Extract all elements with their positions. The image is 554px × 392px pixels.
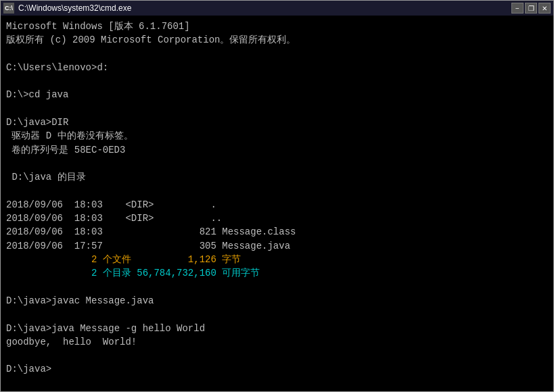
terminal-line-l10: 卷的序列号是 58EC-0ED3	[6, 143, 548, 157]
terminal-line-l8: D:\java>DIR	[6, 116, 548, 129]
terminal-line-l7	[6, 102, 548, 116]
terminal-line-l17: 2018/09/06 17:57 305 Message.java	[6, 239, 548, 253]
terminal-line-l26: D:\java>	[6, 362, 548, 376]
terminal-line-l19: 2 个目录 56,784,732,160 可用字节	[6, 266, 548, 280]
cmd-window: C:\ C:\Windows\system32\cmd.exe − ❐ ✕ Mi…	[0, 0, 554, 392]
terminal-line-l3	[6, 47, 548, 61]
terminal-line-l11	[6, 157, 548, 170]
terminal-line-l12: D:\java 的目录	[6, 170, 548, 184]
terminal-output[interactable]: Microsoft Windows [版本 6.1.7601] 版权所有 (c)…	[1, 16, 553, 391]
title-bar-left: C:\ C:\Windows\system32\cmd.exe	[3, 3, 131, 14]
minimize-button[interactable]: −	[511, 3, 524, 14]
terminal-line-l4: C:\Users\lenovo>d:	[6, 61, 548, 74]
terminal-line-l21: D:\java>javac Message.java	[6, 294, 548, 308]
terminal-line-l20	[6, 280, 548, 294]
terminal-line-l14: 2018/09/06 18:03 <DIR> .	[6, 198, 548, 212]
terminal-line-l15: 2018/09/06 18:03 <DIR> ..	[6, 212, 548, 225]
terminal-line-l1: Microsoft Windows [版本 6.1.7601]	[6, 20, 548, 33]
terminal-line-l24: goodbye, hello World!	[6, 335, 548, 349]
terminal-line-l18: 2 个文件 1,126 字节	[6, 253, 548, 266]
window-title: C:\Windows\system32\cmd.exe	[18, 3, 131, 13]
window-controls: − ❐ ✕	[511, 3, 551, 14]
terminal-line-l25	[6, 349, 548, 362]
terminal-line-l5	[6, 74, 548, 88]
terminal-line-l2: 版权所有 (c) 2009 Microsoft Corporation。保留所有…	[6, 33, 548, 47]
terminal-line-l22	[6, 308, 548, 321]
terminal-line-l16: 2018/09/06 18:03 821 Message.class	[6, 225, 548, 239]
terminal-line-l23: D:\java>java Message -g hello World	[6, 322, 548, 335]
close-button[interactable]: ✕	[538, 3, 551, 14]
terminal-line-l6: D:\>cd java	[6, 88, 548, 101]
terminal-line-l13	[6, 185, 548, 198]
title-bar: C:\ C:\Windows\system32\cmd.exe − ❐ ✕	[1, 1, 553, 16]
terminal-line-l9: 驱动器 D 中的卷没有标签。	[6, 129, 548, 143]
restore-button[interactable]: ❐	[525, 3, 537, 14]
cmd-icon: C:\	[3, 3, 14, 14]
